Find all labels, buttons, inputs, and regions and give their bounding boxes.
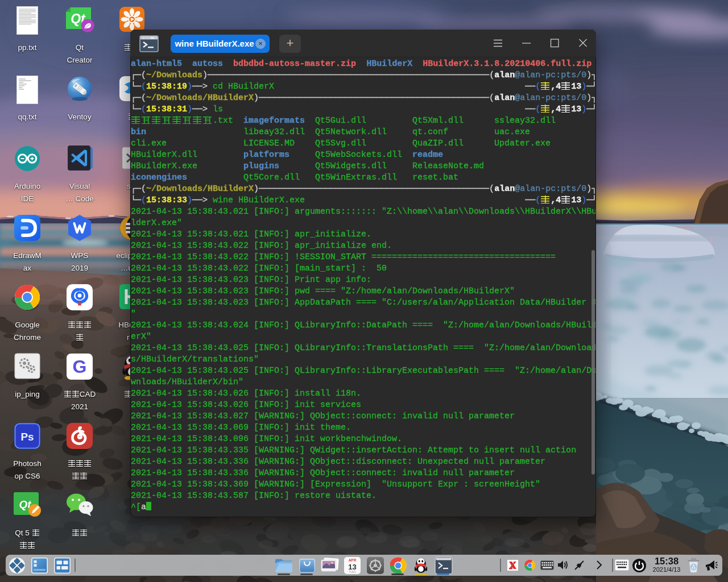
svg-text:TUES: TUES (349, 571, 355, 573)
svg-text:G: G (73, 356, 87, 377)
svg-text:13: 13 (348, 563, 356, 571)
svg-text:APR: APR (349, 558, 357, 562)
svg-text:Ps: Ps (20, 431, 34, 443)
